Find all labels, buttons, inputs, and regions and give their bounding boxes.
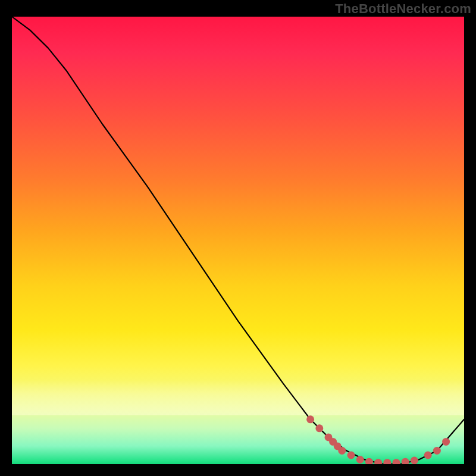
pale-band [12, 380, 464, 415]
marker-dot [383, 459, 391, 464]
marker-dot [356, 456, 364, 464]
marker-dot [411, 457, 418, 465]
chart-frame: TheBottleNecker.com [0, 0, 476, 476]
plot-area [12, 17, 464, 464]
watermark-text: TheBottleNecker.com [335, 1, 471, 17]
marker-dot [402, 458, 409, 464]
marker-dot [334, 442, 342, 450]
marker-dot [365, 458, 373, 464]
marker-dot [374, 459, 382, 464]
marker-dot [306, 415, 314, 423]
marker-dot [424, 452, 432, 459]
marker-dot [338, 447, 346, 455]
marker-dot [315, 424, 323, 432]
marker-dot [393, 459, 400, 464]
marker-dot [329, 438, 337, 446]
marker-dot [325, 433, 333, 441]
marker-dot [347, 452, 355, 459]
bottleneck-curve [12, 17, 464, 464]
marker-dot [442, 438, 450, 446]
marker-dot [433, 447, 441, 455]
